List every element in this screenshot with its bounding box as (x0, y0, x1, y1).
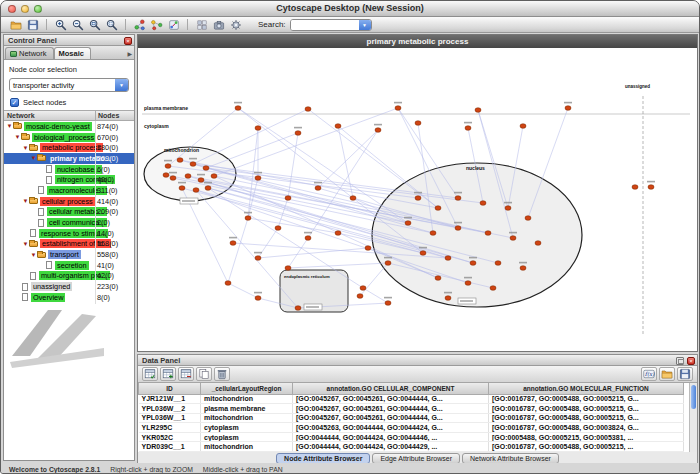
table-row[interactable]: YPL036W__1mitochondrion[GO:0045267, GO:0… (139, 413, 684, 423)
network-edge[interactable] (258, 228, 278, 258)
table-cell[interactable]: mitochondrion (201, 442, 293, 452)
network-node[interactable] (305, 107, 311, 112)
table-cell[interactable]: [GO:0044444, GO:0044424, GO:0044429, ... (293, 442, 489, 452)
network-node[interactable] (177, 158, 183, 163)
network-node[interactable] (305, 236, 311, 241)
network-edge[interactable] (288, 238, 308, 268)
first-neighbors-icon[interactable] (149, 18, 164, 32)
network-edge[interactable] (318, 188, 353, 198)
title-bar[interactable]: Cytoscape Desktop (New Session) (1, 1, 699, 17)
network-node[interactable] (375, 128, 381, 133)
network-node[interactable] (193, 188, 199, 193)
table-cell[interactable]: [GO:0016787, GO:0005488, GO:0005215, ... (489, 442, 684, 452)
network-node[interactable] (315, 186, 321, 191)
tree-row[interactable]: secretion41(0) (4, 260, 134, 271)
network-node[interactable] (357, 294, 363, 299)
open-session-icon[interactable] (8, 18, 23, 32)
formula-builder-icon[interactable]: f(x) (641, 367, 657, 381)
table-cell[interactable]: YLR295C (139, 423, 201, 433)
network-node[interactable] (350, 196, 356, 201)
nucleus-compartment[interactable] (372, 163, 582, 307)
table-cell[interactable]: cytoplasm (201, 423, 293, 433)
network-node[interactable] (255, 126, 261, 131)
network-node[interactable] (255, 256, 261, 261)
expander-icon[interactable]: ▼ (22, 145, 29, 151)
network-node[interactable] (435, 206, 441, 211)
select-attributes-icon[interactable] (142, 367, 158, 381)
tab-network-attribute-browser[interactable]: Network Attribute Browser (462, 453, 559, 464)
network-edge[interactable] (258, 248, 368, 258)
tree-header-network[interactable]: Network (4, 111, 96, 120)
expander-icon[interactable]: ▼ (30, 252, 37, 258)
tab-node-attribute-browser[interactable]: Node Attribute Browser (276, 453, 370, 464)
network-node[interactable] (495, 261, 501, 266)
network-node[interactable] (632, 185, 638, 190)
tree-row[interactable]: ▼metabolic process280(0) (4, 142, 134, 153)
network-edge[interactable] (193, 109, 308, 164)
tab-edge-attribute-browser[interactable]: Edge Attribute Browser (372, 453, 460, 464)
network-node[interactable] (465, 281, 471, 286)
vizmapper-icon[interactable] (166, 18, 181, 32)
create-attribute-icon[interactable] (160, 367, 176, 381)
network-node[interactable] (565, 106, 571, 111)
tree-row[interactable]: cell communica...2(0) (4, 217, 134, 228)
network-node[interactable] (295, 131, 301, 136)
expander-icon[interactable]: ▼ (14, 134, 21, 140)
network-node[interactable] (470, 261, 476, 266)
column-header[interactable]: _cellularLayoutRegion (201, 383, 293, 394)
table-cell[interactable]: [GO:0016787, GO:0005488, GO:0005215, G..… (489, 413, 684, 423)
table-cell[interactable]: [GO:0045267, GO:0045261, GO:0044444, G..… (293, 413, 489, 423)
network-node[interactable] (648, 185, 654, 190)
network-node[interactable] (435, 276, 441, 281)
column-header[interactable]: annotation.GO MOLECULAR_FUNCTION (489, 383, 684, 394)
table-cell[interactable]: mitochondrion (201, 413, 293, 423)
network-canvas[interactable]: plasma membranecytoplasmmitochondrionnuc… (138, 48, 697, 351)
network-node[interactable] (415, 196, 421, 201)
network-edge[interactable] (318, 130, 378, 188)
tab-mosaic[interactable]: Mosaic (54, 47, 91, 59)
network-node[interactable] (335, 124, 341, 129)
network-node[interactable] (190, 162, 196, 167)
network-node[interactable] (415, 121, 421, 126)
zoom-out-icon[interactable] (70, 18, 85, 32)
network-view-titlebar[interactable]: primary metabolic process (138, 35, 697, 48)
network-node[interactable] (520, 124, 526, 129)
table-row[interactable]: YKR052Ccytoplasm[GO:0044444, GO:0044424,… (139, 432, 684, 442)
tree-row[interactable]: Overview8(0) (4, 292, 134, 303)
network-edge[interactable] (248, 218, 338, 233)
network-node[interactable] (179, 186, 185, 191)
network-node[interactable] (335, 231, 341, 236)
tree-row[interactable]: ▼establishment of lo...558(0) (4, 239, 134, 250)
network-node[interactable] (198, 178, 204, 183)
tree-header-nodes[interactable]: Nodes (96, 111, 134, 120)
table-cell[interactable]: YKR052C (139, 432, 201, 442)
network-node[interactable] (225, 281, 231, 286)
table-cell[interactable]: [GO:0016787, GO:0005488, GO:0005215, G..… (489, 404, 684, 414)
network-node[interactable] (480, 201, 486, 206)
expander-icon[interactable]: ▼ (30, 155, 37, 161)
network-edge[interactable] (228, 218, 248, 283)
network-node[interactable] (420, 251, 426, 256)
import-attributes-icon[interactable] (659, 367, 675, 381)
copy-attribute-icon[interactable] (196, 367, 212, 381)
network-node[interactable] (230, 241, 236, 246)
zoom-selected-icon[interactable] (87, 18, 102, 32)
control-panel-titlebar[interactable]: Control Panel × (4, 35, 134, 46)
network-node[interactable] (455, 196, 461, 201)
settings-icon[interactable] (228, 18, 243, 32)
search-combobox[interactable]: ▼ (290, 19, 372, 31)
tree-row[interactable]: ▼cellular process414(0) (4, 196, 134, 207)
network-node[interactable] (535, 241, 541, 246)
network-node[interactable] (490, 286, 496, 291)
table-cell[interactable]: YPL036W__2 (139, 404, 201, 414)
tree-row[interactable]: nucleobase...6(0) (4, 164, 134, 175)
table-row[interactable]: YDR039C__1mitochondrion[GO:0044444, GO:0… (139, 442, 684, 452)
select-nodes-checkbox[interactable]: ✓ (10, 98, 19, 107)
table-cell[interactable]: [GO:0045263, GO:0044444, GO:0044424, G..… (293, 423, 489, 433)
column-header[interactable]: annotation.GO CELLULAR_COMPONENT (293, 383, 489, 394)
network-node[interactable] (255, 176, 261, 181)
network-node[interactable] (163, 173, 169, 178)
zoom-in-icon[interactable] (53, 18, 68, 32)
network-node[interactable] (395, 106, 401, 111)
table-cell[interactable]: [GO:0016787, GO:0005488, GO:0005215, G..… (489, 394, 684, 404)
